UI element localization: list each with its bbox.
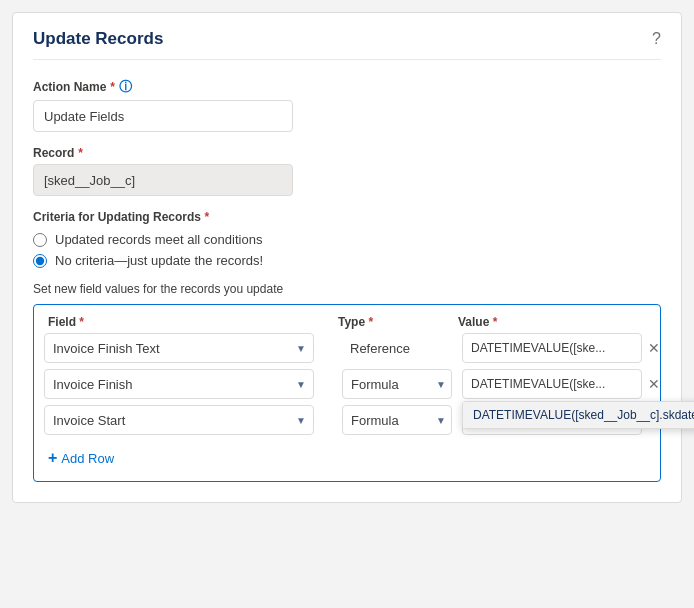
delete-row-1-icon[interactable]: ✕: [648, 341, 662, 355]
page-title: Update Records: [33, 29, 163, 49]
criteria-radio-none[interactable]: [33, 254, 47, 268]
autocomplete-item[interactable]: DATETIMEVALUE([sked__Job__c].skdate__Fin…: [463, 402, 694, 428]
set-fields-title: Set new field values for the records you…: [33, 282, 661, 296]
fields-table-header: Field * Type * Value *: [44, 315, 650, 329]
action-name-label: Action Name * ⓘ: [33, 78, 661, 96]
info-icon[interactable]: ⓘ: [119, 78, 132, 96]
criteria-section: Criteria for Updating Records * Updated …: [33, 210, 661, 268]
col-header-value: Value *: [458, 315, 646, 329]
card-header: Update Records ?: [33, 29, 661, 60]
col-header-type: Type *: [338, 315, 458, 329]
delete-row-2-icon[interactable]: ✕: [648, 377, 662, 391]
page-container: Update Records ? Action Name * ⓘ Record …: [0, 12, 694, 608]
set-fields-section: Set new field values for the records you…: [33, 282, 661, 482]
value-input-1[interactable]: [462, 333, 642, 363]
criteria-radio-all[interactable]: [33, 233, 47, 247]
type-select-3[interactable]: Formula: [342, 405, 452, 435]
table-row: Invoice Finish ▼ Formula ▼: [44, 369, 650, 399]
type-wrapper-2: Formula ▼: [342, 369, 452, 399]
type-wrapper-3: Formula ▼: [342, 405, 452, 435]
record-group: Record *: [33, 146, 661, 196]
type-text-1: Reference: [342, 333, 410, 363]
field-select-1[interactable]: Invoice Finish Text: [44, 333, 314, 363]
field-select-3[interactable]: Invoice Start: [44, 405, 314, 435]
type-select-2[interactable]: Formula: [342, 369, 452, 399]
add-row-label: Add Row: [61, 451, 114, 466]
value-input-2[interactable]: [462, 369, 642, 399]
required-star: *: [110, 80, 115, 94]
action-name-group: Action Name * ⓘ: [33, 78, 661, 132]
value-wrapper-2: DATETIMEVALUE([sked__Job__c].skdate__Fin…: [462, 369, 642, 399]
record-input: [33, 164, 293, 196]
field-select-2[interactable]: Invoice Finish: [44, 369, 314, 399]
record-label: Record *: [33, 146, 661, 160]
type-wrapper-1: Reference: [342, 333, 452, 363]
help-icon[interactable]: ?: [652, 30, 661, 48]
table-row: Invoice Finish Text ▼ Reference DATETIME…: [44, 333, 650, 363]
field-select-wrapper-3: Invoice Start ▼: [44, 405, 314, 435]
required-star-record: *: [78, 146, 83, 160]
update-records-card: Update Records ? Action Name * ⓘ Record …: [12, 12, 682, 503]
field-select-wrapper-1: Invoice Finish Text ▼: [44, 333, 314, 363]
criteria-title: Criteria for Updating Records *: [33, 210, 661, 224]
field-select-wrapper-2: Invoice Finish ▼: [44, 369, 314, 399]
col-header-field: Field *: [48, 315, 338, 329]
action-name-input[interactable]: [33, 100, 293, 132]
value-wrapper-1: DATETIMEVALUE([sked__Job__c].skdate__Fin…: [462, 333, 642, 363]
add-row-button[interactable]: + Add Row: [44, 449, 118, 467]
autocomplete-dropdown-2: DATETIMEVALUE([sked__Job__c].skdate__Fin…: [462, 401, 694, 429]
criteria-radio-group: Updated records meet all conditions No c…: [33, 232, 661, 268]
fields-table-container: Field * Type * Value *: [33, 304, 661, 482]
criteria-option-none[interactable]: No criteria—just update the records!: [33, 253, 661, 268]
plus-icon: +: [48, 449, 57, 467]
criteria-option-all[interactable]: Updated records meet all conditions: [33, 232, 661, 247]
